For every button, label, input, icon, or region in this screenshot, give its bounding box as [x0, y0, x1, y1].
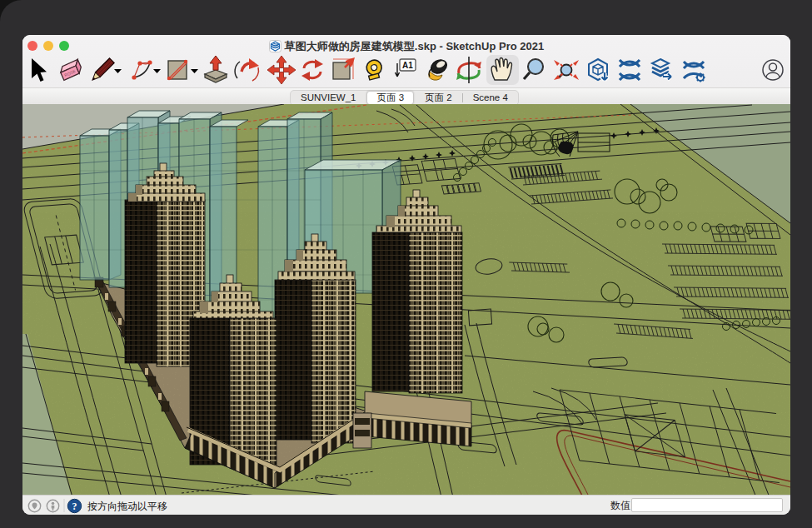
svg-text:A1: A1	[402, 61, 413, 70]
svg-text:?: ?	[72, 501, 77, 512]
